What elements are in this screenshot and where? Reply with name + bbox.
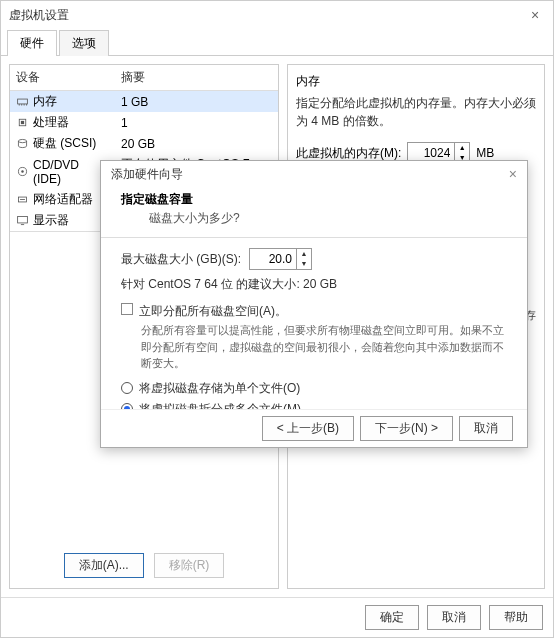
allocate-now-row[interactable]: 立即分配所有磁盘空间(A)。 xyxy=(121,303,507,320)
device-label: 内存 xyxy=(33,93,57,110)
max-disk-input[interactable] xyxy=(250,250,296,268)
device-label: 网络适配器 xyxy=(33,191,93,208)
multi-file-label: 将虚拟磁盘拆分成多个文件(M) xyxy=(139,401,301,410)
device-label: 处理器 xyxy=(33,114,69,131)
memory-unit: MB xyxy=(476,146,494,160)
svg-point-9 xyxy=(21,170,23,172)
wizard-body: 最大磁盘大小 (GB)(S): ▲▼ 针对 CentOS 7 64 位 的建议大… xyxy=(101,238,527,409)
svg-rect-0 xyxy=(18,99,28,104)
device-row-cpu[interactable]: 处理器 1 xyxy=(10,112,278,133)
svg-point-7 xyxy=(18,139,26,142)
cpu-icon xyxy=(16,116,29,129)
device-label: CD/DVD (IDE) xyxy=(33,158,109,186)
disk-icon xyxy=(16,137,29,150)
device-label: 显示器 xyxy=(33,212,69,229)
window-title: 虚拟机设置 xyxy=(9,7,69,24)
tab-options[interactable]: 选项 xyxy=(59,30,109,56)
tab-row: 硬件 选项 xyxy=(1,29,553,56)
allocate-now-desc: 分配所有容量可以提高性能，但要求所有物理磁盘空间立即可用。如果不立即分配所有空间… xyxy=(121,322,507,372)
spin-buttons[interactable]: ▲▼ xyxy=(296,249,311,269)
max-disk-label: 最大磁盘大小 (GB)(S): xyxy=(121,251,241,268)
device-summary: 20 GB xyxy=(115,133,278,154)
title-bar: 虚拟机设置 × xyxy=(1,1,553,29)
network-icon xyxy=(16,193,29,206)
memory-desc: 指定分配给此虚拟机的内存量。内存大小必须为 4 MB 的倍数。 xyxy=(296,94,536,130)
add-device-button[interactable]: 添加(A)... xyxy=(64,553,144,578)
wizard-title: 添加硬件向导 xyxy=(111,166,183,183)
single-file-label: 将虚拟磁盘存储为单个文件(O) xyxy=(139,380,300,397)
device-row-memory[interactable]: 内存 1 GB xyxy=(10,91,278,112)
next-button[interactable]: 下一步(N) > xyxy=(360,416,453,441)
device-buttons: 添加(A)... 移除(R) xyxy=(10,535,278,588)
ok-button[interactable]: 确定 xyxy=(365,605,419,630)
tab-hardware[interactable]: 硬件 xyxy=(7,30,57,56)
single-file-radio[interactable] xyxy=(121,382,133,394)
device-label: 硬盘 (SCSI) xyxy=(33,135,96,152)
cancel-button[interactable]: 取消 xyxy=(427,605,481,630)
wizard-heading: 指定磁盘容量 xyxy=(121,191,507,208)
max-disk-spinner[interactable]: ▲▼ xyxy=(249,248,312,270)
col-summary: 摘要 xyxy=(115,65,278,90)
bottom-bar: 确定 取消 帮助 xyxy=(1,597,553,637)
wizard-title-bar: 添加硬件向导 × xyxy=(101,161,527,187)
device-summary: 1 GB xyxy=(115,91,278,112)
wizard-cancel-button[interactable]: 取消 xyxy=(459,416,513,441)
allocate-now-checkbox[interactable] xyxy=(121,303,133,315)
close-icon[interactable]: × xyxy=(525,7,545,23)
multi-file-row[interactable]: 将虚拟磁盘拆分成多个文件(M) xyxy=(121,401,507,410)
single-file-row[interactable]: 将虚拟磁盘存储为单个文件(O) xyxy=(121,380,507,397)
display-icon xyxy=(16,214,29,227)
device-row-disk[interactable]: 硬盘 (SCSI) 20 GB xyxy=(10,133,278,154)
svg-rect-12 xyxy=(18,216,28,223)
add-hardware-wizard: 添加硬件向导 × 指定磁盘容量 磁盘大小为多少? 最大磁盘大小 (GB)(S):… xyxy=(100,160,528,448)
remove-device-button: 移除(R) xyxy=(154,553,225,578)
device-summary: 1 xyxy=(115,112,278,133)
allocate-now-label: 立即分配所有磁盘空间(A)。 xyxy=(139,303,287,320)
help-button[interactable]: 帮助 xyxy=(489,605,543,630)
recommended-size: 针对 CentOS 7 64 位 的建议大小: 20 GB xyxy=(121,276,507,293)
memory-icon xyxy=(16,95,29,108)
memory-heading: 内存 xyxy=(296,73,536,90)
svg-rect-6 xyxy=(21,121,24,124)
back-button[interactable]: < 上一步(B) xyxy=(262,416,354,441)
wizard-subheading: 磁盘大小为多少? xyxy=(121,210,507,227)
col-device: 设备 xyxy=(10,65,115,90)
memory-label: 此虚拟机的内存(M): xyxy=(296,145,401,162)
wizard-footer: < 上一步(B) 下一步(N) > 取消 xyxy=(101,409,527,447)
wizard-close-icon[interactable]: × xyxy=(509,166,517,182)
wizard-header: 指定磁盘容量 磁盘大小为多少? xyxy=(101,187,527,237)
device-table-header: 设备 摘要 xyxy=(10,65,278,91)
cd-icon xyxy=(16,165,29,178)
